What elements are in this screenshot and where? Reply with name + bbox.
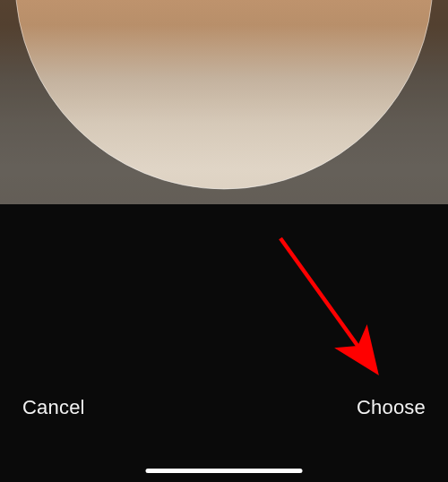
cancel-button[interactable]: Cancel [18, 392, 90, 424]
bottom-panel: Cancel Choose [0, 204, 448, 482]
photo-background [0, 0, 448, 204]
choose-button[interactable]: Choose [352, 392, 430, 424]
photo-crop-preview[interactable] [0, 0, 448, 204]
action-bar: Cancel Choose [0, 392, 448, 424]
home-indicator[interactable] [146, 469, 303, 473]
